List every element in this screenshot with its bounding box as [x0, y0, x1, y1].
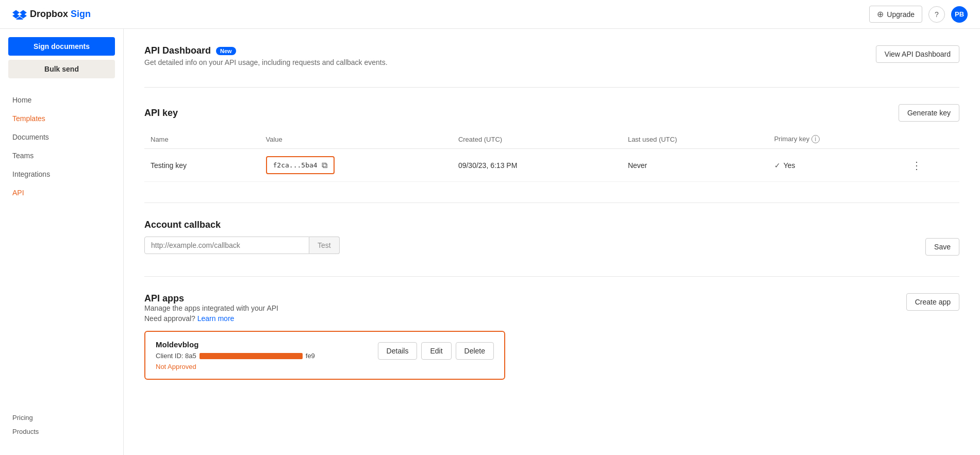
api-apps-header: API apps Manage the apps integrated with… — [144, 293, 959, 323]
api-apps-learn-row: Need approval? Learn more — [144, 314, 278, 323]
table-row: Testing key f2ca...5ba4 ⧉ 09/30/23, 6:13… — [144, 149, 959, 182]
edit-button[interactable]: Edit — [421, 342, 451, 360]
divider-2 — [144, 203, 959, 203]
col-created: Created (UTC) — [452, 130, 622, 149]
plus-circle-icon: ⊕ — [877, 9, 884, 19]
topnav-right: ⊕ Upgrade ? PB — [869, 6, 968, 23]
api-table-header-row: Name Value Created (UTC) Last used (UTC)… — [144, 130, 959, 149]
key-created-cell: 09/30/23, 6:13 PM — [452, 149, 622, 182]
key-last-used-cell: Never — [622, 149, 768, 182]
key-name-cell: Testing key — [144, 149, 260, 182]
api-key-section: API key Generate key Name Value Created … — [144, 104, 959, 182]
api-dashboard-title-row: API Dashboard New — [144, 45, 388, 56]
create-app-button[interactable]: Create app — [906, 293, 959, 311]
col-actions — [905, 130, 959, 149]
details-button[interactable]: Details — [378, 342, 418, 360]
sidebar-item-documents[interactable]: Documents — [0, 128, 123, 146]
api-dashboard-title-area: API Dashboard New Get detailed info on y… — [144, 45, 388, 66]
check-icon: ✓ — [774, 161, 780, 170]
generate-key-button[interactable]: Generate key — [899, 104, 959, 122]
api-dashboard-header: API Dashboard New Get detailed info on y… — [144, 45, 959, 66]
sidebar-nav: Home Templates Documents Teams Integrati… — [0, 87, 123, 402]
copy-icon: ⧉ — [322, 160, 327, 170]
callback-title: Account callback — [144, 220, 221, 230]
app-actions: Details Edit Delete — [378, 342, 494, 360]
key-more-cell: ⋮ — [905, 149, 959, 182]
api-table-header: Name Value Created (UTC) Last used (UTC)… — [144, 130, 959, 149]
col-value: Value — [260, 130, 452, 149]
api-apps-title: API apps — [144, 293, 184, 304]
client-id-redacted — [200, 353, 303, 359]
view-api-dashboard-button[interactable]: View API Dashboard — [876, 45, 959, 63]
account-callback-section: Account callback Test Save — [144, 220, 959, 256]
sidebar-item-pricing[interactable]: Pricing — [12, 411, 111, 425]
col-last-used: Last used (UTC) — [622, 130, 768, 149]
learn-more-link[interactable]: Learn more — [197, 314, 235, 323]
key-primary-cell: ✓ Yes — [768, 149, 906, 182]
key-value-cell: f2ca...5ba4 ⧉ — [260, 149, 452, 182]
sidebar-actions: Sign documents Bulk send — [0, 37, 123, 87]
client-id-suffix: fe9 — [306, 352, 315, 360]
primary-key-value: Yes — [784, 161, 795, 170]
primary-key-info-icon[interactable]: i — [811, 135, 820, 143]
divider-1 — [144, 87, 959, 88]
sidebar-item-api[interactable]: API — [0, 183, 123, 202]
sidebar: Sign documents Bulk send Home Templates … — [0, 29, 124, 455]
dropbox-logo-icon — [12, 9, 27, 20]
logo: Dropbox Sign — [12, 9, 91, 20]
sidebar-item-integrations[interactable]: Integrations — [0, 165, 123, 183]
divider-3 — [144, 276, 959, 277]
new-badge: New — [216, 47, 236, 55]
sign-documents-button[interactable]: Sign documents — [8, 37, 115, 56]
app-client-id: Client ID: 8a5 fe9 — [156, 352, 315, 360]
app-info: Moldevblog Client ID: 8a5 fe9 Not Approv… — [156, 340, 315, 370]
app-name: Moldevblog — [156, 340, 315, 349]
sidebar-item-teams[interactable]: Teams — [0, 146, 123, 165]
app-status: Not Approved — [156, 363, 315, 370]
api-key-header: API key Generate key — [144, 104, 959, 122]
logo-sign-text: Sign — [71, 9, 91, 19]
save-callback-button[interactable]: Save — [925, 238, 959, 256]
client-id-label: Client ID: 8a5 — [156, 352, 196, 360]
api-key-value-display[interactable]: f2ca...5ba4 ⧉ — [266, 156, 335, 174]
api-key-table: Name Value Created (UTC) Last used (UTC)… — [144, 130, 959, 182]
logo-dropbox-text: Dropbox — [30, 9, 68, 19]
sidebar-item-templates[interactable]: Templates — [0, 109, 123, 128]
test-callback-button[interactable]: Test — [309, 237, 340, 254]
api-apps-section: API apps Manage the apps integrated with… — [144, 293, 959, 380]
main-content: API Dashboard New Get detailed info on y… — [124, 29, 980, 455]
callback-input-row: Test — [144, 237, 340, 254]
col-name: Name — [144, 130, 260, 149]
sidebar-bottom: Pricing Products — [0, 402, 123, 447]
col-primary-key: Primary key i — [768, 130, 906, 149]
key-value-text: f2ca...5ba4 — [273, 161, 318, 169]
callback-url-input[interactable] — [144, 237, 309, 254]
api-dashboard-section: API Dashboard New Get detailed info on y… — [144, 45, 959, 66]
api-key-title: API key — [144, 108, 178, 119]
avatar[interactable]: PB — [951, 6, 968, 23]
page-layout: Sign documents Bulk send Home Templates … — [0, 29, 980, 455]
api-dashboard-description: Get detailed info on your API usage, inc… — [144, 58, 388, 66]
more-options-icon[interactable]: ⋮ — [911, 160, 922, 171]
bulk-send-button[interactable]: Bulk send — [8, 60, 115, 78]
api-apps-description: Manage the apps integrated with your API — [144, 304, 278, 312]
sidebar-item-products[interactable]: Products — [12, 425, 111, 439]
delete-button[interactable]: Delete — [456, 342, 494, 360]
help-button[interactable]: ? — [928, 6, 945, 23]
app-card-moldevblog: Moldevblog Client ID: 8a5 fe9 Not Approv… — [144, 331, 505, 380]
sidebar-item-home[interactable]: Home — [0, 91, 123, 109]
api-table-body: Testing key f2ca...5ba4 ⧉ 09/30/23, 6:13… — [144, 149, 959, 182]
api-dashboard-title: API Dashboard — [144, 45, 211, 56]
upgrade-button[interactable]: ⊕ Upgrade — [869, 6, 922, 23]
top-navigation: Dropbox Sign ⊕ Upgrade ? PB — [0, 0, 980, 29]
